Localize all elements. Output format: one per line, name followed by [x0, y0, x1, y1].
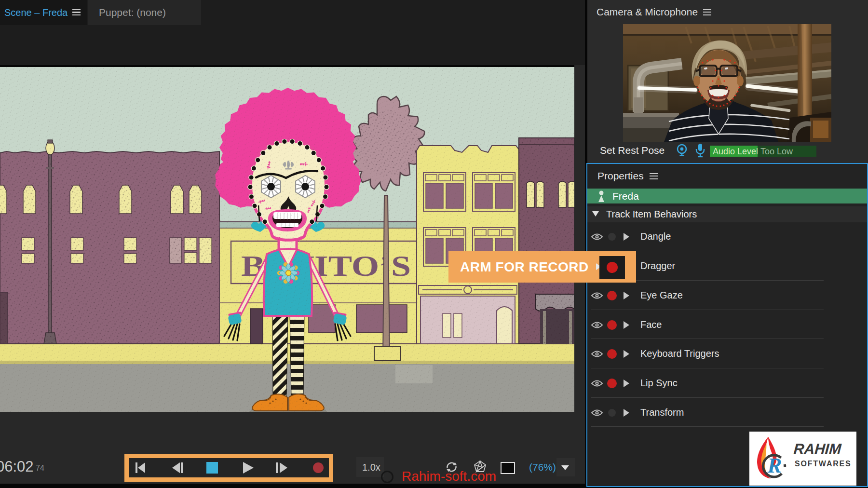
- svg-text:R: R: [767, 453, 782, 477]
